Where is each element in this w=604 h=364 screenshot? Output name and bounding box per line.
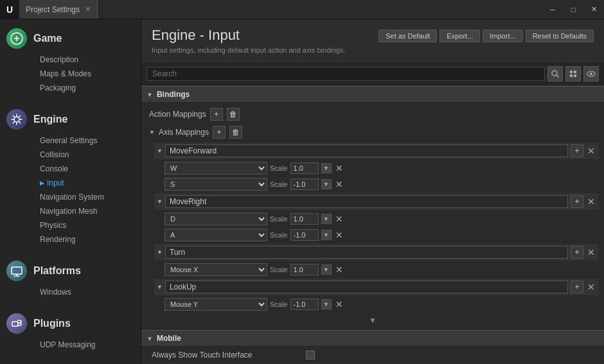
mobile-section-header[interactable]: ▼ Mobile	[141, 330, 604, 347]
scale-expand-2[interactable]: ▼	[321, 179, 332, 189]
sidebar-item-input[interactable]: ▶ Input	[33, 176, 141, 190]
moveright-d-select[interactable]: D	[164, 212, 267, 225]
close-tab-icon[interactable]: ✕	[85, 5, 91, 13]
remove-turn-button[interactable]: ✕	[586, 247, 596, 257]
page-subtitle: Input settings, including default input …	[152, 46, 345, 54]
maximize-button[interactable]: □	[563, 0, 583, 19]
close-button[interactable]: ✕	[583, 0, 604, 19]
sidebar-category-game[interactable]: Game	[0, 24, 141, 53]
minimize-button[interactable]: ─	[542, 0, 563, 19]
moveforward-s-scale[interactable]	[290, 178, 319, 190]
svg-rect-8	[574, 74, 576, 77]
titlebar-controls: ─ □ ✕	[542, 0, 604, 19]
project-settings-tab[interactable]: Project Settings ✕	[19, 0, 98, 19]
scale-label-6: Scale	[270, 300, 288, 308]
remove-s-key-button[interactable]: ✕	[334, 179, 344, 189]
search-bar	[141, 62, 604, 86]
plugins-items: UDP Messaging	[0, 338, 141, 352]
grid-view-button[interactable]	[565, 66, 581, 82]
always-show-touch-checkbox[interactable]	[306, 351, 315, 360]
scale-expand-1[interactable]: ▼	[321, 163, 332, 173]
moveforward-w-scale[interactable]	[290, 162, 319, 174]
bindings-collapse-arrow: ▼	[147, 91, 153, 98]
sidebar-item-navigation-mesh[interactable]: Navigation Mesh	[33, 204, 141, 218]
add-lookup-key-button[interactable]: +	[571, 281, 583, 293]
remove-a-key-button[interactable]: ✕	[334, 230, 344, 240]
add-turn-key-button[interactable]: +	[571, 246, 583, 259]
sidebar-item-udp-messaging[interactable]: UDP Messaging	[33, 338, 141, 352]
remove-lookup-button[interactable]: ✕	[586, 282, 596, 292]
moveright-name-input[interactable]	[165, 195, 568, 208]
lookup-name-input[interactable]	[165, 281, 568, 293]
engine-items: General Settings Collision Console ▶ Inp…	[0, 134, 141, 247]
sidebar-category-engine[interactable]: Engine	[0, 105, 141, 134]
moveright-a-scale[interactable]	[290, 229, 319, 241]
search-input[interactable]	[147, 67, 545, 81]
scale-expand-3[interactable]: ▼	[321, 214, 332, 224]
game-items: Description Maps & Modes Packaging	[0, 53, 141, 95]
sidebar-item-general-settings[interactable]: General Settings	[33, 134, 141, 148]
lookup-mousey-select[interactable]: Mouse Y	[164, 298, 267, 311]
eye-view-button[interactable]	[583, 66, 599, 82]
moveforward-w-row: W Scale ▼ ✕	[154, 160, 599, 176]
mobile-label: Mobile	[157, 334, 181, 343]
turn-mousex-row: Mouse X Scale ▼ ✕	[154, 262, 599, 277]
add-moveforward-key-button[interactable]: +	[571, 144, 583, 157]
bindings-section-header[interactable]: ▼ Bindings	[141, 86, 604, 103]
sidebar-item-description[interactable]: Description	[33, 53, 141, 67]
export-button[interactable]: Export...	[440, 30, 480, 42]
svg-point-10	[590, 73, 592, 75]
titlebar-left: U Project Settings ✕	[0, 0, 98, 19]
sidebar-item-collision[interactable]: Collision	[33, 148, 141, 162]
add-action-mapping-button[interactable]: +	[210, 108, 223, 121]
moveright-header: ▼ + ✕	[154, 193, 599, 210]
scale-expand-6[interactable]: ▼	[321, 299, 332, 309]
turn-mousex-select[interactable]: Mouse X	[164, 263, 267, 276]
sidebar-item-maps-modes[interactable]: Maps & Modes	[33, 67, 141, 81]
remove-d-key-button[interactable]: ✕	[334, 214, 344, 224]
search-button[interactable]	[547, 66, 563, 82]
remove-moveforward-button[interactable]: ✕	[586, 146, 596, 156]
add-moveright-key-button[interactable]: +	[571, 195, 583, 208]
remove-mousex-button[interactable]: ✕	[334, 264, 344, 275]
remove-moveright-button[interactable]: ✕	[586, 196, 596, 207]
scale-expand-5[interactable]: ▼	[321, 264, 332, 275]
svg-rect-2	[12, 267, 22, 274]
sidebar-category-plugins[interactable]: Plugins	[0, 309, 141, 338]
remove-action-mapping-button[interactable]: 🗑	[227, 108, 240, 121]
sidebar-item-console[interactable]: Console	[33, 162, 141, 176]
turn-name-input[interactable]	[165, 246, 568, 259]
set-default-button[interactable]: Set as Default	[378, 30, 437, 42]
import-button[interactable]: Import...	[483, 30, 522, 42]
sidebar-section-engine: Engine General Settings Collision Consol…	[0, 100, 141, 252]
lookup-mousey-scale[interactable]	[290, 299, 319, 310]
moveforward-s-row: S Scale ▼ ✕	[154, 177, 599, 192]
moveforward-w-select[interactable]: W	[164, 162, 267, 175]
moveright-a-select[interactable]: A	[164, 229, 267, 241]
sidebar-section-game: Game Description Maps & Modes Packaging	[0, 19, 141, 100]
reset-defaults-button[interactable]: Reset to Defaults	[526, 30, 594, 42]
axis-item-turn: ▼ + ✕ Mouse X Scale ▼ ✕	[154, 244, 599, 277]
turn-mousex-scale[interactable]	[290, 264, 319, 275]
tab-title: Project Settings	[26, 5, 80, 14]
scale-expand-4[interactable]: ▼	[321, 230, 332, 240]
axis-mappings-row: ▼ Axis Mappings + 🗑	[147, 123, 599, 141]
sidebar-item-rendering[interactable]: Rendering	[33, 232, 141, 247]
sidebar-item-packaging[interactable]: Packaging	[33, 81, 141, 95]
remove-w-key-button[interactable]: ✕	[334, 163, 344, 173]
sidebar-item-windows[interactable]: Windows	[33, 285, 141, 299]
add-axis-mapping-button[interactable]: +	[213, 126, 226, 139]
moveforward-s-select[interactable]: S	[164, 178, 267, 191]
moveforward-name-input[interactable]	[165, 144, 568, 157]
sidebar-category-platforms[interactable]: Platforms	[0, 257, 141, 285]
remove-mousey-button[interactable]: ✕	[334, 299, 344, 309]
svg-point-1	[14, 117, 19, 122]
scale-label-2: Scale	[270, 180, 288, 188]
remove-axis-mapping-button[interactable]: 🗑	[229, 126, 242, 139]
main-layout: Game Description Maps & Modes Packaging …	[0, 19, 604, 364]
scale-label-3: Scale	[270, 215, 288, 223]
sidebar-item-navigation-system[interactable]: Navigation System	[33, 190, 141, 204]
platforms-label: Platforms	[33, 265, 81, 277]
sidebar-item-physics[interactable]: Physics	[33, 218, 141, 232]
moveright-d-scale[interactable]	[290, 213, 319, 225]
